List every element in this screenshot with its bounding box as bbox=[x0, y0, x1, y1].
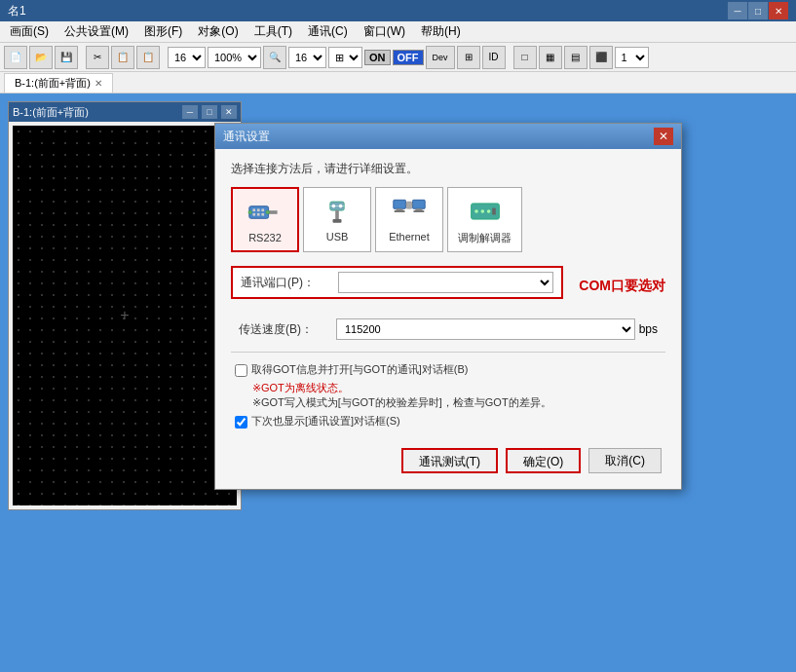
toolbar-btn-8[interactable]: ID bbox=[482, 46, 506, 69]
svg-rect-5 bbox=[257, 213, 260, 216]
dev-button[interactable]: Dev bbox=[426, 46, 455, 69]
svg-rect-28 bbox=[492, 207, 496, 214]
conn-option-modem[interactable]: 调制解调器 bbox=[447, 187, 522, 252]
toolbar: 📄 📂 💾 ✂ 📋 📋 16 100% 🔍 16 ⊞ ON OFF Dev ⊞ … bbox=[0, 43, 796, 72]
svg-rect-2 bbox=[257, 208, 260, 211]
bps-label: bps bbox=[639, 322, 658, 336]
main-area: B-1:(前面+背面) ─ □ ✕ + 通讯设置 ✕ 选择连接方法后，请进行详细… bbox=[0, 93, 796, 672]
svg-point-9 bbox=[266, 210, 270, 214]
menu-comms[interactable]: 通讯(C) bbox=[302, 21, 354, 42]
minimize-button[interactable]: ─ bbox=[728, 2, 747, 19]
svg-point-25 bbox=[474, 209, 478, 213]
zoom-in-button[interactable]: 🔍 bbox=[263, 46, 286, 69]
svg-rect-19 bbox=[413, 200, 426, 208]
show-dialog-checkbox[interactable] bbox=[235, 416, 247, 429]
toolbar-btn-2[interactable]: 📂 bbox=[29, 46, 53, 69]
grid-select[interactable]: ⊞ bbox=[328, 47, 362, 68]
baud-label: 传送速度(B)： bbox=[239, 321, 336, 338]
usb-label: USB bbox=[326, 231, 349, 243]
zoom-select-1[interactable]: 16 bbox=[168, 47, 206, 68]
svg-rect-1 bbox=[252, 208, 255, 211]
zoom-select-2[interactable]: 16 bbox=[288, 47, 326, 68]
svg-rect-6 bbox=[261, 213, 264, 216]
baud-select[interactable]: 115200 bbox=[336, 318, 635, 340]
menu-public[interactable]: 公共设置(M) bbox=[58, 21, 134, 42]
ethernet-label: Ethernet bbox=[389, 231, 430, 243]
toolbar-btn-9[interactable]: □ bbox=[513, 46, 537, 69]
cancel-button[interactable]: 取消(C) bbox=[588, 448, 662, 473]
port-select[interactable] bbox=[338, 272, 553, 293]
layer-select[interactable]: 1 bbox=[615, 47, 649, 68]
modem-label: 调制解调器 bbox=[458, 231, 512, 245]
svg-rect-21 bbox=[414, 210, 425, 212]
toolbar-btn-4[interactable]: ✂ bbox=[86, 46, 109, 69]
svg-rect-4 bbox=[252, 213, 255, 216]
svg-rect-0 bbox=[249, 206, 269, 219]
checkbox-row-2: 下次也显示[通讯设置]对话框(S) bbox=[235, 414, 662, 429]
dialog-close-button[interactable]: ✕ bbox=[654, 128, 673, 145]
on-button[interactable]: ON bbox=[364, 50, 391, 65]
menu-window[interactable]: 窗口(W) bbox=[358, 21, 411, 42]
tab-close-icon[interactable]: ✕ bbox=[95, 78, 102, 89]
toolbar-btn-7[interactable]: ⊞ bbox=[457, 46, 480, 69]
checkbox-section: 取得GOT信息并打开[与GOT的通讯]对话框(B) ※GOT为离线状态。 ※GO… bbox=[231, 362, 665, 429]
conn-option-usb[interactable]: USB bbox=[303, 187, 371, 252]
toolbar-btn-12[interactable]: ⬛ bbox=[589, 46, 613, 69]
dialog-title-bar: 通讯设置 ✕ bbox=[215, 124, 681, 149]
maximize-button[interactable]: □ bbox=[748, 2, 768, 19]
menu-object[interactable]: 对象(O) bbox=[192, 21, 244, 42]
toolbar-btn-1[interactable]: 📄 bbox=[4, 46, 27, 69]
title-bar: 名1 ─ □ ✕ bbox=[0, 0, 796, 21]
connection-options: RS232 bbox=[231, 187, 665, 252]
svg-point-8 bbox=[248, 210, 252, 214]
offline-warning: ※GOT为离线状态。 bbox=[252, 381, 662, 395]
dialog-overlay: 通讯设置 ✕ 选择连接方法后，请进行详细设置。 bbox=[0, 93, 796, 672]
close-button[interactable]: ✕ bbox=[769, 2, 788, 19]
toolbar-btn-6[interactable]: 📋 bbox=[136, 46, 160, 69]
svg-rect-17 bbox=[397, 208, 403, 210]
menu-bar: 画面(S) 公共设置(M) 图形(F) 对象(O) 工具(T) 通讯(C) 窗口… bbox=[0, 21, 796, 43]
toolbar-btn-3[interactable]: 💾 bbox=[55, 46, 78, 69]
menu-screen[interactable]: 画面(S) bbox=[4, 21, 55, 42]
got-write-note: ※GOT写入模式为[与GOT的校验差异时]，检查与GOT的差异。 bbox=[252, 395, 662, 410]
rs232-label: RS232 bbox=[248, 232, 282, 243]
toolbar-btn-10[interactable]: ▦ bbox=[539, 46, 562, 69]
menu-tools[interactable]: 工具(T) bbox=[248, 21, 298, 42]
tab-b1[interactable]: B-1:(前面+背面) ✕ bbox=[4, 73, 113, 93]
svg-rect-7 bbox=[269, 210, 278, 214]
test-button[interactable]: 通讯测试(T) bbox=[401, 448, 498, 473]
port-form-row: 通讯端口(P)： bbox=[231, 266, 563, 299]
dialog-instruction: 选择连接方法后，请进行详细设置。 bbox=[231, 161, 665, 177]
ethernet-icon bbox=[390, 194, 429, 229]
checkbox-row-1: 取得GOT信息并打开[与GOT的通讯]对话框(B) bbox=[235, 362, 662, 377]
conn-option-ethernet[interactable]: Ethernet bbox=[375, 187, 443, 252]
svg-point-27 bbox=[486, 209, 490, 213]
toolbar-btn-11[interactable]: ▤ bbox=[564, 46, 588, 69]
menu-shape[interactable]: 图形(F) bbox=[138, 21, 188, 42]
zoom-percent-select[interactable]: 100% bbox=[208, 47, 261, 68]
dialog-title-text: 通讯设置 bbox=[223, 129, 654, 145]
show-dialog-label: 下次也显示[通讯设置]对话框(S) bbox=[251, 414, 400, 429]
comms-dialog: 通讯设置 ✕ 选择连接方法后，请进行详细设置。 bbox=[214, 123, 682, 490]
svg-point-26 bbox=[480, 209, 484, 213]
title-bar-buttons: ─ □ ✕ bbox=[728, 2, 788, 19]
dialog-content: 选择连接方法后，请进行详细设置。 bbox=[215, 149, 681, 489]
got-info-label: 取得GOT信息并打开[与GOT的通讯]对话框(B) bbox=[251, 362, 468, 377]
svg-rect-16 bbox=[394, 200, 406, 208]
svg-rect-12 bbox=[333, 219, 342, 223]
rs232-icon bbox=[246, 195, 284, 230]
app-title: 名1 bbox=[8, 3, 728, 19]
tab-b1-label: B-1:(前面+背面) bbox=[15, 76, 91, 91]
svg-rect-3 bbox=[261, 208, 264, 211]
ok-button[interactable]: 确定(O) bbox=[506, 448, 581, 473]
port-label: 通讯端口(P)： bbox=[241, 275, 338, 291]
conn-option-rs232[interactable]: RS232 bbox=[231, 187, 299, 252]
hint-text: COM口要选对 bbox=[579, 278, 665, 295]
dialog-buttons: 通讯测试(T) 确定(O) 取消(C) bbox=[231, 440, 665, 477]
got-info-checkbox[interactable] bbox=[235, 364, 247, 377]
off-button[interactable]: OFF bbox=[393, 50, 424, 65]
modem-icon bbox=[466, 194, 505, 229]
menu-help[interactable]: 帮助(H) bbox=[415, 21, 467, 42]
tab-bar: B-1:(前面+背面) ✕ bbox=[0, 72, 796, 93]
toolbar-btn-5[interactable]: 📋 bbox=[111, 46, 134, 69]
